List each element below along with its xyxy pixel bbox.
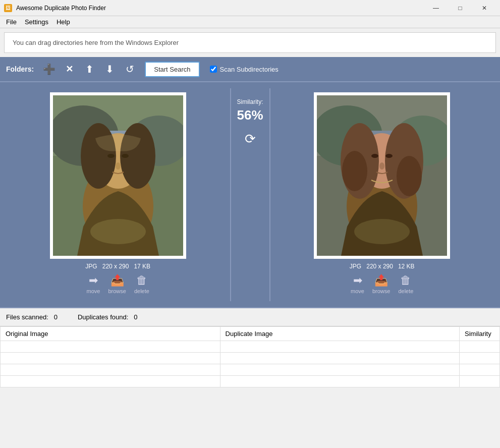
remove-folder-button[interactable]: ✕: [60, 60, 78, 78]
start-search-button[interactable]: Start Search: [145, 62, 199, 77]
left-move-button[interactable]: ➡ move: [87, 274, 100, 294]
results-table: Original Image Duplicate Image Similarit…: [0, 326, 500, 387]
delete-icon: 🗑: [136, 274, 147, 287]
svg-point-24: [342, 151, 367, 191]
col-duplicate-image: Duplicate Image: [220, 327, 459, 341]
window-title: Awesome Duplicate Photo Finder: [16, 5, 424, 12]
menu-bar: File Settings Help: [0, 16, 500, 28]
duplicates-found: Duplicates found: 0: [78, 313, 138, 321]
close-button[interactable]: ✕: [473, 1, 496, 16]
duplicate-image-cell: [220, 353, 459, 364]
table-row: [1, 341, 500, 353]
main-content: You can drag directories here from the W…: [0, 28, 500, 448]
svg-point-26: [371, 154, 378, 158]
scan-subdirs-label: Scan Subdirectories: [220, 66, 279, 73]
right-browse-icon: 📤: [374, 274, 388, 287]
original-image-cell: [1, 364, 220, 376]
right-browse-button[interactable]: 📤 browse: [372, 274, 390, 294]
svg-point-11: [122, 154, 129, 158]
menu-file[interactable]: File: [2, 17, 21, 27]
duplicates-found-value: 0: [134, 313, 137, 321]
original-image-cell: [1, 341, 220, 353]
comparison-area: JPG 220 x 290 17 KB ➡ move 📤 browse 🗑 de…: [0, 81, 500, 308]
left-image-panel: JPG 220 x 290 17 KB ➡ move 📤 browse 🗑 de…: [6, 88, 230, 301]
drop-zone[interactable]: You can drag directories here from the W…: [4, 32, 496, 53]
results-section: Original Image Duplicate Image Similarit…: [0, 326, 500, 448]
col-similarity: Similarity: [460, 327, 500, 341]
svg-point-25: [397, 156, 422, 196]
left-image-dimensions: 220 x 290: [102, 263, 129, 270]
duplicate-image-cell: [220, 341, 459, 353]
right-image: [317, 95, 447, 256]
similarity-cell: [460, 364, 500, 376]
center-panel: Similarity: 56% ⟳: [230, 88, 270, 301]
similarity-cell: [460, 341, 500, 353]
table-row: [1, 376, 500, 387]
right-image-frame: [314, 92, 450, 259]
swap-button[interactable]: ⟳: [245, 131, 256, 147]
title-bar: 🖼 Awesome Duplicate Photo Finder — □ ✕: [0, 0, 500, 16]
duplicates-found-label: Duplicates found:: [78, 313, 128, 321]
browse-icon: 📤: [110, 274, 124, 287]
similarity-cell: [460, 353, 500, 364]
left-image-format: JPG: [85, 263, 97, 270]
menu-help[interactable]: Help: [52, 17, 74, 27]
right-image-info: JPG 220 x 290 12 KB: [350, 263, 415, 270]
move-right-icon: ➡: [89, 274, 98, 287]
up-icon: ⬆: [85, 63, 94, 75]
right-action-buttons: ➡ move 📤 browse 🗑 delete: [351, 274, 413, 294]
duplicate-image-cell: [220, 376, 459, 387]
files-scanned-value: 0: [54, 313, 58, 321]
original-image-cell: [1, 376, 220, 387]
table-row: [1, 364, 500, 376]
move-down-button[interactable]: ⬇: [100, 60, 119, 78]
right-image-panel: JPG 220 x 290 12 KB ➡ move 📤 browse 🗑 de…: [270, 88, 494, 301]
scan-subdirs-container: Scan Subdirectories: [210, 66, 279, 73]
right-move-right-icon: ➡: [353, 274, 362, 287]
files-scanned: Files scanned: 0: [6, 313, 58, 321]
svg-point-12: [116, 162, 121, 170]
right-delete-button[interactable]: 🗑 delete: [398, 274, 413, 294]
left-image: [53, 95, 183, 256]
move-up-button[interactable]: ⬆: [80, 60, 98, 78]
svg-point-28: [379, 162, 384, 170]
menu-settings[interactable]: Settings: [21, 17, 52, 27]
add-folder-button[interactable]: ➕: [40, 60, 58, 78]
maximize-button[interactable]: □: [449, 1, 472, 16]
right-delete-icon: 🗑: [400, 274, 411, 287]
right-move-button[interactable]: ➡ move: [351, 274, 364, 294]
window-controls: — □ ✕: [424, 1, 496, 16]
toolbar: Folders: ➕ ✕ ⬆ ⬇ ↺ Start Search Scan Sub…: [0, 57, 500, 81]
minimize-button[interactable]: —: [424, 1, 448, 16]
similarity-label: Similarity:: [237, 98, 263, 105]
left-delete-button[interactable]: 🗑 delete: [134, 274, 149, 294]
left-browse-button[interactable]: 📤 browse: [108, 274, 126, 294]
svg-point-13: [90, 219, 146, 244]
left-image-size: 17 KB: [134, 263, 150, 270]
files-scanned-label: Files scanned:: [6, 313, 48, 321]
app-icon: 🖼: [4, 4, 12, 12]
down-icon: ⬇: [105, 63, 114, 75]
left-image-frame: [50, 92, 186, 259]
left-action-buttons: ➡ move 📤 browse 🗑 delete: [87, 274, 149, 294]
similarity-cell: [460, 376, 500, 387]
remove-icon: ✕: [66, 64, 73, 75]
svg-point-10: [107, 154, 115, 158]
folders-label: Folders:: [6, 65, 34, 73]
svg-point-29: [354, 219, 410, 244]
duplicate-image-cell: [220, 364, 459, 376]
similarity-value: 56%: [237, 107, 263, 123]
status-bar: Files scanned: 0 Duplicates found: 0: [0, 308, 500, 326]
scan-subdirs-checkbox[interactable]: [210, 66, 217, 73]
right-image-format: JPG: [350, 263, 361, 270]
left-image-info: JPG 220 x 290 17 KB: [85, 263, 150, 270]
table-row: [1, 353, 500, 364]
original-image-cell: [1, 353, 220, 364]
right-image-dimensions: 220 x 290: [366, 263, 393, 270]
right-image-size: 12 KB: [398, 263, 415, 270]
add-icon: ➕: [43, 63, 55, 75]
svg-point-27: [385, 154, 393, 158]
reset-button[interactable]: ↺: [121, 60, 139, 78]
drop-zone-text: You can drag directories here from the W…: [13, 39, 179, 46]
col-original-image: Original Image: [1, 327, 220, 341]
